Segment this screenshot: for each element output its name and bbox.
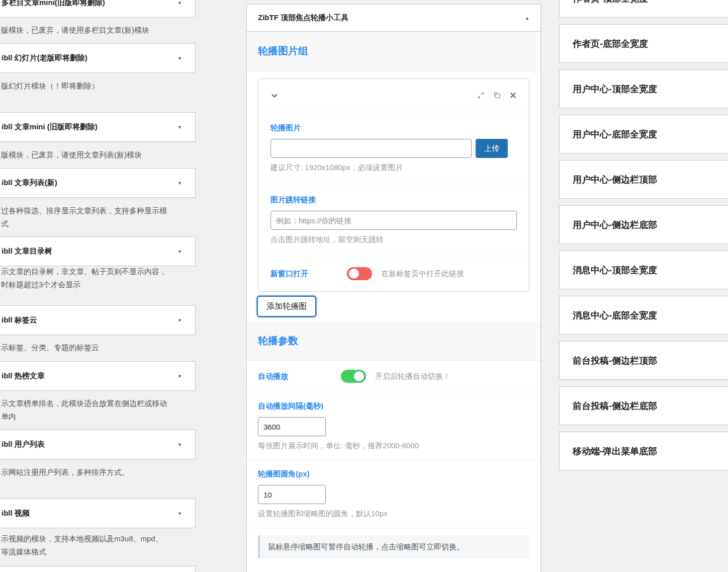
slide-image-hint: 建议尺寸: 1920x1080px，必须设置图片 <box>270 163 517 173</box>
upload-button[interactable]: 上传 <box>476 139 508 158</box>
widget-title: ibll 文章列表(新) <box>2 178 177 188</box>
description-line: 版模块，已废弃，请使用文章列表(新)模块 <box>1 148 193 161</box>
widget-area-message-bottom[interactable]: 消息中心-底部全宽度 <box>559 296 728 335</box>
widget-area-title: 前台投稿-侧边栏顶部 <box>573 355 657 367</box>
widget-area-submit-sidebar-bottom[interactable]: 前台投稿-侧边栏底部 <box>559 386 728 425</box>
copy-icon[interactable] <box>493 92 501 99</box>
widget-card-article-mini[interactable]: ibll 文章mini (旧版即将删除) ▼ <box>0 112 196 142</box>
chevron-down-icon[interactable]: ▼ <box>177 56 182 61</box>
slide-link-row: 图片跳转链接 点击图片跳转地址，留空则无跳转 <box>258 184 529 256</box>
slide-image-input[interactable] <box>270 139 472 158</box>
radius-hint: 设置轮播图和缩略图的圆角，默认10px <box>258 509 529 519</box>
chevron-down-icon[interactable]: ▼ <box>177 318 182 323</box>
widget-editor-header[interactable]: ZibTF 顶部焦点轮播小工具 ▲ <box>246 4 541 32</box>
chevron-down-icon[interactable]: ▼ <box>177 1 182 6</box>
widget-card-slideshow-old[interactable]: ibll 幻灯片(老版即将删除) ▼ <box>0 43 196 73</box>
slide-link-input[interactable] <box>270 211 517 230</box>
widget-area-author-bottom[interactable]: 作者页-底部全宽度 <box>559 24 728 63</box>
description-line: 版模块，已废弃，请使用多栏目文章(新)模块 <box>1 24 193 37</box>
autoplay-toggle[interactable] <box>341 370 366 383</box>
widget-card-video[interactable]: ibll 视频 ▼ <box>0 499 196 528</box>
widget-area-mobile-menu-bottom[interactable]: 移动端-弹出菜单底部 <box>559 432 728 470</box>
widget-title: ibll 文章目录树 <box>2 247 177 256</box>
slide-newtab-row: 新窗口打开 在新标签页中打开此链接 <box>258 256 529 291</box>
widget-card-user-list[interactable]: ibll 用户列表 ▼ <box>0 430 196 459</box>
description-line: 版幻灯片模块（！即将删除） <box>1 79 193 93</box>
newtab-hint: 在新标签页中打开此链接 <box>381 269 464 279</box>
widget-description: 示文章榜单排名，此模块适合放置在侧边栏或移动 单内 <box>1 397 193 423</box>
chevron-up-icon[interactable]: ▲ <box>525 16 529 21</box>
widget-title: ibll 热榜文章 <box>2 371 177 381</box>
add-slide-button[interactable]: 添加轮播图 <box>257 296 316 317</box>
widget-description: 示视频的模块，支持本地视频以及m3u8、mpd、 等流媒体格式 <box>1 532 193 558</box>
toggle-knob <box>354 371 364 381</box>
interval-input[interactable] <box>258 417 326 436</box>
widget-description: 过各种筛选、排序显示文章列表，支持多种显示模 式 <box>1 204 193 230</box>
widget-area-author-top[interactable]: 作者页-顶部全宽度 <box>559 0 728 18</box>
chevron-down-icon[interactable]: ▼ <box>177 125 182 130</box>
thumbnail-note: 鼠标悬停缩略图可暂停自动轮播，点击缩略图可立即切换。 <box>258 535 529 558</box>
widget-card-partial[interactable] <box>0 566 196 572</box>
interval-label: 自动播放间隔(毫秒) <box>258 401 529 411</box>
widget-editor-body: 轮播图片组 轮播图片 <box>246 32 541 572</box>
description-line: 示文章榜单排名，此模块适合放置在侧边栏或移动 <box>1 397 193 410</box>
widget-card-article-toc[interactable]: ibll 文章目录树 ▼ <box>0 236 196 266</box>
chevron-down-icon[interactable]: ▼ <box>177 181 182 186</box>
slide-item-card: 轮播图片 上传 建议尺寸: 1920x1080px，必须设置图片 图片跳转链接 … <box>258 78 529 292</box>
widget-area-title: 用户中心-顶部全宽度 <box>573 83 657 95</box>
widget-area-usercenter-sidebar-bottom[interactable]: 用户中心-侧边栏底部 <box>559 205 728 244</box>
description-line: 等流媒体格式 <box>1 545 193 558</box>
description-line: 式 <box>1 217 193 230</box>
widget-description: 版模块，已废弃，请使用文章列表(新)模块 <box>1 148 193 161</box>
chevron-down-icon[interactable]: ▼ <box>177 511 182 516</box>
widget-card-multicolumn-mini[interactable]: 多栏目文章mini(旧版即将删除) ▼ <box>0 0 196 18</box>
chevron-down-icon[interactable]: ▼ <box>177 249 182 254</box>
chevron-down-icon[interactable]: ▼ <box>177 442 182 447</box>
widget-title: ibll 用户列表 <box>2 440 177 449</box>
widget-description: 示标签、分类、专题的标签云 <box>1 341 193 354</box>
section-title-slides: 轮播图片组 <box>247 32 540 71</box>
widget-area-submit-sidebar-top[interactable]: 前台投稿-侧边栏顶部 <box>559 341 728 380</box>
widget-editor-panel: ZibTF 顶部焦点轮播小工具 ▲ 轮播图片组 <box>246 4 541 572</box>
interval-hint: 每张图片展示时间，单位: 毫秒，推荐2000-6000 <box>258 441 529 451</box>
description-line: 时标题超过3个才会显示 <box>1 278 193 291</box>
widget-area-title: 作者页-顶部全宽度 <box>573 0 648 5</box>
widget-title: ibll 标签云 <box>2 315 177 325</box>
description-line: 示网站注册用户列表，多种排序方式。 <box>1 466 193 479</box>
widget-area-message-top[interactable]: 消息中心-顶部全宽度 <box>559 251 728 289</box>
section-title-params: 轮播参数 <box>247 321 540 361</box>
toggle-knob <box>349 269 359 279</box>
radius-row: 轮播图圆角(px) 设置轮播图和缩略图的圆角，默认10px <box>247 460 540 528</box>
newtab-label: 新窗口打开 <box>270 269 347 279</box>
widget-area-title: 用户中心-侧边栏底部 <box>573 219 657 231</box>
slide-card-header[interactable] <box>258 79 529 112</box>
expand-icon[interactable] <box>477 92 485 99</box>
description-line: 示标签、分类、专题的标签云 <box>1 341 193 354</box>
widget-area-usercenter-top[interactable]: 用户中心-顶部全宽度 <box>559 69 728 108</box>
chevron-down-icon[interactable] <box>270 92 279 100</box>
radius-input[interactable] <box>258 485 326 504</box>
interval-row: 自动播放间隔(毫秒) 每张图片展示时间，单位: 毫秒，推荐2000-6000 <box>247 392 540 460</box>
slide-link-label: 图片跳转链接 <box>270 195 517 205</box>
slide-link-hint: 点击图片跳转地址，留空则无跳转 <box>270 235 517 244</box>
autoplay-row: 自动播放 开启后轮播自动切换！ <box>247 361 540 392</box>
widget-card-hot-articles[interactable]: ibll 热榜文章 ▼ <box>0 361 196 391</box>
newtab-toggle[interactable] <box>347 267 372 280</box>
widget-title: ibll 幻灯片(老版即将删除) <box>2 53 177 63</box>
radius-label: 轮播图圆角(px) <box>258 469 529 479</box>
widget-area-title: 用户中心-底部全宽度 <box>573 128 657 140</box>
widget-area-title: 作者页-底部全宽度 <box>573 38 648 50</box>
slide-image-label: 轮播图片 <box>270 123 517 133</box>
widget-card-tag-cloud[interactable]: ibll 标签云 ▼ <box>0 305 196 335</box>
widget-area-usercenter-bottom[interactable]: 用户中心-底部全宽度 <box>559 115 728 153</box>
widget-area-usercenter-sidebar-top[interactable]: 用户中心-侧边栏顶部 <box>559 160 728 199</box>
widget-title: ibll 文章mini (旧版即将删除) <box>2 122 177 132</box>
description-line: 过各种筛选、排序显示文章列表，支持多种显示模 <box>1 204 193 217</box>
widget-description: 示文章的目录树，非文章、帖子页则不显示内容， 时标题超过3个才会显示 <box>1 265 193 291</box>
chevron-down-icon[interactable]: ▼ <box>177 374 182 379</box>
description-line: 单内 <box>1 410 193 423</box>
widget-area-title: 消息中心-顶部全宽度 <box>573 264 657 276</box>
close-icon[interactable] <box>509 92 517 99</box>
widget-card-article-list-new[interactable]: ibll 文章列表(新) ▼ <box>0 168 196 198</box>
widget-area-title: 消息中心-底部全宽度 <box>573 309 657 321</box>
